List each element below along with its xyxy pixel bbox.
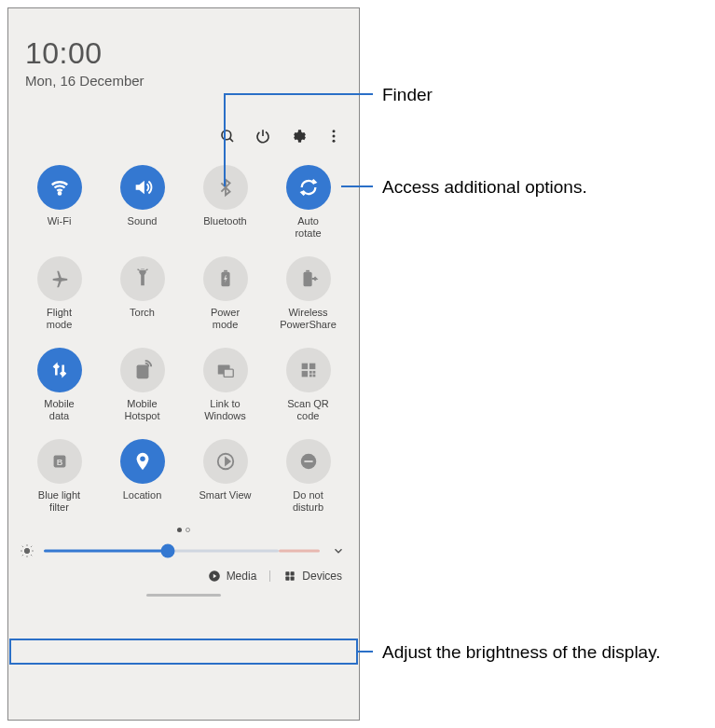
svg-rect-10 [303,272,311,287]
tile-qr[interactable]: Scan QR code [267,342,350,428]
tile-linkwindows[interactable]: Link to Windows [184,342,267,428]
tile-label: Flight mode [47,307,73,331]
tile-label: Bluetooth [203,215,246,240]
svg-text:B: B [56,458,62,467]
svg-point-6 [333,140,336,143]
svg-rect-33 [291,577,295,581]
svg-rect-9 [224,270,227,272]
toolbar [8,94,359,154]
tile-label: Location [123,489,162,514]
media-label: Media [227,570,257,583]
clock-date: Mon, 16 December [25,73,342,89]
tile-mobiledata[interactable]: Mobile data [18,342,101,428]
annotation-finder: Finder [382,84,433,107]
powershare-icon [286,256,331,301]
windows-icon [203,348,248,392]
callout-line [224,93,226,186]
tile-label: Auto rotate [295,215,321,240]
tile-flight[interactable]: Flight mode [18,251,101,337]
data-icon [37,348,82,392]
tile-bluelight[interactable]: BBlue light filter [18,433,101,519]
svg-point-5 [333,135,336,138]
tile-location[interactable]: Location [101,433,184,519]
search-icon[interactable] [213,122,241,150]
svg-rect-11 [306,270,309,272]
svg-rect-21 [312,371,315,374]
tile-autorotate[interactable]: Auto rotate [267,159,350,245]
tile-label: Do not disturb [293,489,323,514]
svg-point-7 [58,192,60,194]
svg-rect-16 [309,364,314,369]
svg-line-1 [229,138,233,142]
rotate-icon [286,165,331,210]
callout-line [358,651,373,652]
svg-rect-32 [286,577,290,581]
svg-rect-31 [291,571,295,575]
tile-label: Sound [128,215,158,240]
annotation-brightness: Adjust the brightness of the display. [382,641,662,665]
svg-point-28 [24,548,29,553]
tile-dnd[interactable]: Do not disturb [267,433,350,519]
bottom-row: Media Devices [8,564,359,588]
tile-label: Smart View [199,489,251,514]
airplane-icon [37,256,82,301]
power-icon[interactable] [249,122,277,150]
tile-sound[interactable]: Sound [101,159,184,245]
svg-rect-17 [301,371,307,377]
location-icon [120,439,165,484]
devices-label: Devices [302,570,342,583]
svg-point-24 [140,457,145,462]
brightness-row [8,538,359,564]
slider-thumb[interactable] [161,544,175,558]
page-indicator [8,519,359,538]
tile-hotspot[interactable]: Mobile Hotspot [101,342,184,428]
header: 10:00 Mon, 16 December [8,8,359,94]
tile-power-mode[interactable]: Power mode [184,251,267,337]
phone-frame: 10:00 Mon, 16 December Wi-Fi Sound Bluet… [7,7,360,721]
torch-icon [120,256,165,301]
tile-label: Wireless PowerShare [280,307,337,331]
svg-rect-19 [312,375,315,378]
chevron-down-icon[interactable] [327,544,350,557]
svg-point-4 [333,130,336,132]
tile-smartview[interactable]: Smart View [184,433,267,519]
battery-icon [203,256,248,301]
svg-rect-18 [309,371,311,374]
gear-icon[interactable] [284,122,312,150]
tile-label: Torch [130,307,155,331]
devices-button[interactable]: Devices [283,570,342,583]
divider [269,570,270,582]
svg-rect-30 [286,571,290,575]
svg-rect-27 [304,460,312,462]
tile-torch[interactable]: Torch [101,251,184,337]
brightness-icon [18,543,36,558]
sound-icon [120,165,165,210]
tile-label: Power mode [211,307,240,331]
wifi-icon [37,165,82,210]
home-indicator[interactable] [146,594,221,597]
svg-rect-15 [301,364,307,369]
qr-icon [286,348,331,392]
dnd-icon [286,439,331,484]
tile-label: Mobile data [44,398,74,422]
tile-label: Blue light filter [38,489,80,514]
tile-powershare[interactable]: Wireless PowerShare [267,251,350,337]
bluelight-icon: B [37,439,82,484]
smartview-icon [203,439,248,484]
tile-label: Mobile Hotspot [125,398,160,422]
tile-label: Link to Windows [204,398,246,422]
more-icon[interactable] [320,122,348,150]
svg-rect-14 [224,369,233,377]
annotation-more: Access additional options. [382,176,587,199]
hotspot-icon [120,348,165,392]
brightness-slider[interactable] [44,544,320,557]
media-button[interactable]: Media [208,570,257,583]
tile-label: Scan QR code [287,398,329,422]
callout-line [224,93,373,95]
svg-rect-20 [309,375,311,378]
quick-settings-grid: Wi-Fi Sound Bluetooth Auto rotate Flight… [8,154,359,519]
tile-label: Wi-Fi [48,215,72,240]
callout-line [341,185,373,187]
svg-rect-12 [136,365,148,379]
tile-wifi[interactable]: Wi-Fi [18,159,101,245]
